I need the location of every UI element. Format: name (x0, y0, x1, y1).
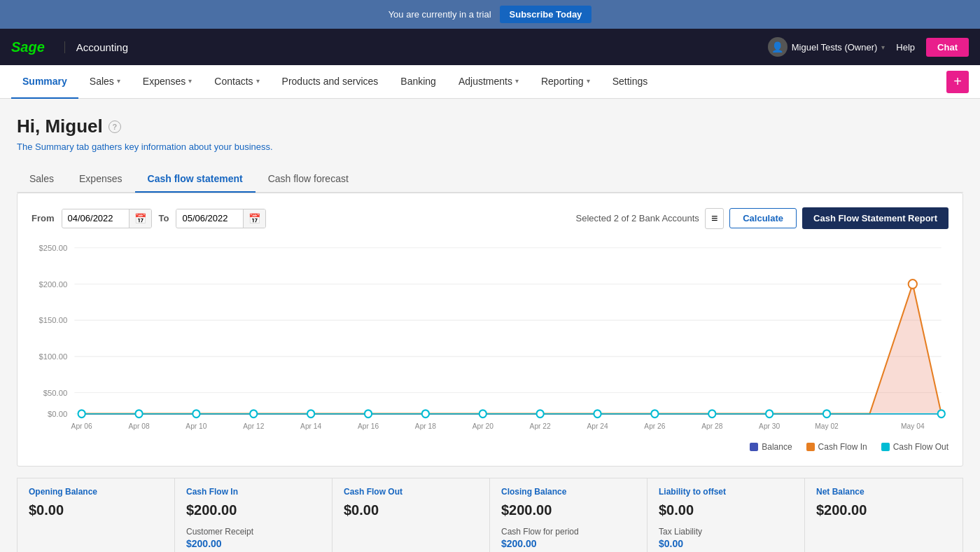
svg-text:May 02: May 02 (815, 422, 839, 430)
sage-logo: Sage (11, 39, 45, 55)
summary-cell-sub-label-1: Customer Receipt (186, 527, 321, 537)
svg-text:$150.00: $150.00 (38, 316, 67, 324)
user-menu[interactable]: 👤 Miguel Tests (Owner) ▾ (768, 37, 886, 57)
summary-cell-label-4: Liability to offset (659, 487, 793, 497)
add-button[interactable]: + (946, 71, 969, 93)
help-circle-icon[interactable]: ? (108, 120, 121, 133)
svg-text:Apr 06: Apr 06 (71, 422, 92, 430)
nav-item-summary[interactable]: Summary (11, 65, 78, 99)
greeting-text: Hi, Miguel (17, 116, 103, 137)
svg-text:Apr 08: Apr 08 (128, 422, 149, 430)
summary-cell-label-3: Closing Balance (501, 487, 636, 497)
tabs: SalesExpensesCash flow statementCash flo… (17, 166, 963, 193)
summary-table: Opening Balance$0.00Cash Flow In$200.00C… (17, 478, 963, 552)
help-link[interactable]: Help (896, 42, 915, 53)
svg-point-19 (422, 410, 429, 418)
user-avatar: 👤 (768, 37, 788, 57)
chevron-down-icon: ▾ (256, 77, 260, 85)
summary-cell-sub-value-1: $200.00 (186, 538, 321, 549)
report-button[interactable]: Cash Flow Statement Report (802, 207, 948, 229)
nav-item-contacts[interactable]: Contacts▾ (203, 65, 270, 99)
user-label: Miguel Tests (Owner) (792, 42, 878, 53)
svg-text:Apr 30: Apr 30 (759, 422, 780, 430)
from-date-input[interactable] (62, 209, 129, 227)
summary-cell-sub-label-3: Cash Flow for period (501, 527, 636, 537)
chat-button[interactable]: Chat (926, 38, 969, 57)
cash-flow-out-legend-dot (881, 443, 890, 451)
summary-cell-value-5: $200.00 (816, 502, 951, 518)
summary-cell-label-1: Cash Flow In (186, 487, 321, 497)
nav-item-banking[interactable]: Banking (389, 65, 447, 99)
chevron-down-icon: ▾ (587, 77, 590, 85)
summary-cell-value-4: $0.00 (659, 502, 793, 518)
chart-svg: $250.00 $200.00 $150.00 $100.00 $50.00 $… (31, 240, 948, 436)
svg-point-26 (823, 410, 830, 418)
summary-cell-sub-label-4: Tax Liability (659, 527, 793, 537)
nav-item-adjustments[interactable]: Adjustments▾ (447, 65, 530, 99)
summary-cell-label-5: Net Balance (816, 487, 951, 497)
svg-point-25 (766, 410, 773, 418)
chevron-down-icon: ▾ (515, 77, 519, 85)
chart-legend: Balance Cash Flow In Cash Flow Out (31, 442, 948, 452)
summary-cell-value-0: $0.00 (29, 502, 163, 518)
nav-item-products-and-services[interactable]: Products and services (271, 65, 390, 99)
svg-text:Apr 24: Apr 24 (587, 422, 608, 430)
legend-cash-flow-out: Cash Flow Out (881, 442, 948, 452)
svg-text:Apr 18: Apr 18 (415, 422, 436, 430)
svg-text:Apr 12: Apr 12 (243, 422, 264, 430)
tab-sales[interactable]: Sales (17, 166, 66, 193)
svg-point-20 (479, 410, 486, 418)
summary-cell-1: Cash Flow In$200.00Customer Receipt$200.… (175, 478, 332, 552)
top-nav: Sage Accounting 👤 Miguel Tests (Owner) ▾… (0, 29, 980, 65)
bank-filter-button[interactable]: ≡ (705, 208, 724, 229)
summary-cell-label-0: Opening Balance (29, 487, 163, 497)
svg-text:Apr 16: Apr 16 (358, 422, 379, 430)
svg-text:Apr 14: Apr 14 (300, 422, 321, 430)
balance-legend-dot (750, 443, 758, 451)
svg-point-14 (135, 410, 142, 418)
trial-banner: You are currently in a trial Subscribe T… (0, 0, 980, 29)
svg-text:Apr 26: Apr 26 (644, 422, 665, 430)
from-calendar-icon[interactable]: 📅 (129, 209, 151, 228)
date-controls: From 📅 To 📅 Selected 2 of 2 Bank Account… (31, 207, 948, 229)
subscribe-button[interactable]: Subscribe Today (500, 6, 592, 23)
from-date-input-wrap: 📅 (62, 209, 152, 228)
page-subtitle: The Summary tab gathers key information … (17, 142, 963, 152)
balance-legend-label: Balance (762, 442, 792, 452)
svg-point-27 (938, 410, 945, 418)
svg-point-23 (651, 410, 658, 418)
to-calendar-icon[interactable]: 📅 (243, 209, 265, 228)
summary-cell-label-2: Cash Flow Out (344, 487, 478, 497)
summary-cell-value-1: $200.00 (186, 502, 321, 518)
to-date-input[interactable] (176, 209, 243, 227)
nav-item-expenses[interactable]: Expenses▾ (132, 65, 203, 99)
chevron-down-icon: ▾ (188, 77, 192, 85)
tab-cash-flow-forecast[interactable]: Cash flow forecast (255, 166, 361, 193)
svg-point-28 (909, 280, 917, 289)
nav-item-reporting[interactable]: Reporting▾ (530, 65, 601, 99)
summary-cell-2: Cash Flow Out$0.00 (332, 478, 490, 552)
to-label: To (159, 213, 169, 223)
cash-flow-in-legend-dot (806, 443, 815, 451)
svg-point-15 (192, 410, 200, 418)
chart-panel: From 📅 To 📅 Selected 2 of 2 Bank Account… (17, 193, 963, 467)
tab-cash-flow-statement[interactable]: Cash flow statement (135, 166, 255, 193)
top-nav-right: 👤 Miguel Tests (Owner) ▾ Help Chat (768, 37, 969, 57)
nav-item-settings[interactable]: Settings (601, 65, 659, 99)
svg-text:Apr 10: Apr 10 (186, 422, 206, 430)
svg-point-22 (594, 410, 601, 418)
summary-cell-0: Opening Balance$0.00 (18, 478, 175, 552)
main-nav: SummarySales▾Expenses▾Contacts▾Products … (0, 65, 980, 99)
svg-text:$0.00: $0.00 (48, 410, 67, 418)
summary-cell-4: Liability to offset$0.00Tax Liability$0.… (648, 478, 805, 552)
svg-point-18 (365, 410, 372, 418)
svg-point-17 (307, 410, 314, 418)
tab-expenses[interactable]: Expenses (66, 166, 134, 193)
cash-flow-out-legend-label: Cash Flow Out (893, 442, 948, 452)
content: Hi, Miguel ? The Summary tab gathers key… (0, 99, 980, 552)
summary-cell-value-3: $200.00 (501, 502, 636, 518)
summary-cell-5: Net Balance$200.00 (805, 478, 962, 552)
nav-item-sales[interactable]: Sales▾ (78, 65, 132, 99)
user-chevron-icon: ▾ (881, 43, 885, 51)
calculate-button[interactable]: Calculate (729, 208, 797, 228)
